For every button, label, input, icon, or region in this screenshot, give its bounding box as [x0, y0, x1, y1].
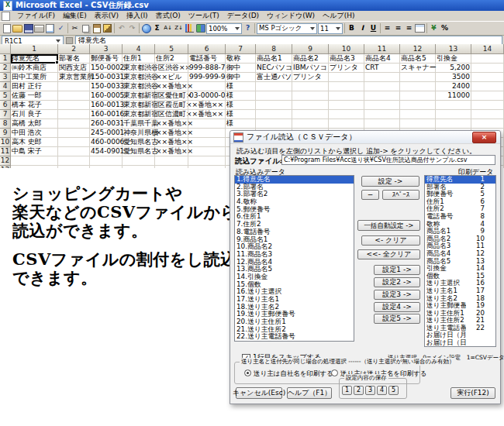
cell-r1c10[interactable]: 商品名3	[329, 54, 364, 64]
cell-r1c3[interactable]: 郵便番号	[90, 54, 123, 64]
cell-r5c5[interactable]	[155, 91, 188, 101]
column-header-3[interactable]: 3	[90, 44, 123, 54]
cell-r8c11[interactable]	[364, 119, 400, 129]
row-header-6[interactable]: 6	[0, 101, 11, 110]
cell-r1c6[interactable]: 電話番号	[188, 54, 226, 64]
import-field-item[interactable]: 10.商品名2	[235, 243, 354, 251]
cell-r2c5[interactable]	[155, 64, 188, 73]
cell-r8c14[interactable]	[471, 119, 504, 129]
cell-r1c12[interactable]: 商品名5	[400, 54, 436, 64]
import-field-item[interactable]: 21.送り主住所2	[235, 326, 354, 334]
italic-button[interactable]: I	[357, 23, 368, 33]
print-company-name-radio[interactable]: 送り主は自社名を印刷する	[244, 369, 333, 379]
cell-r3c2[interactable]: 東京営業所	[58, 73, 90, 82]
row-header-4[interactable]: 4	[0, 82, 11, 91]
spell-check-icon[interactable]: ✓	[56, 23, 66, 33]
zoom-select[interactable]: 100%	[206, 23, 242, 34]
cell-r2c8[interactable]: NECパソコ	[256, 64, 292, 73]
import-fields-list[interactable]: 1.得意先名2.部署名3.部署名24.敬称5.郵便番号6.住所17.住所28.電…	[234, 175, 354, 342]
cell-r7c11[interactable]	[364, 110, 400, 119]
underline-button[interactable]: U	[368, 23, 378, 33]
print-preview-icon[interactable]	[45, 23, 55, 33]
print-field-item[interactable]: お届け日（月）	[425, 332, 495, 339]
print-fields-list[interactable]: 得意先名1部署名2郵便番号5住所16住所27電話番号8敬称4商品名19商品名21…	[424, 175, 496, 347]
cell-r7c7[interactable]: 様	[226, 110, 256, 119]
cell-r10c2[interactable]	[58, 138, 90, 147]
cell-r2c13[interactable]: 5,200	[436, 64, 471, 73]
cell-r5c2[interactable]	[58, 91, 90, 101]
cell-r7c3[interactable]: 160-0016	[90, 110, 123, 119]
cell-r1c9[interactable]: 商品名2	[292, 54, 329, 64]
cell-r8c8[interactable]	[256, 119, 292, 129]
cell-r7c6[interactable]	[188, 110, 226, 119]
column-header-4[interactable]: 4	[123, 44, 155, 54]
cell-r6c1[interactable]: 橋本 花子	[11, 101, 58, 110]
cell-r5c4[interactable]: 東京都新宿区愛住町×	[123, 91, 155, 101]
import-field-item[interactable]: 14.引換金	[235, 273, 354, 281]
cell-r3c10[interactable]	[329, 73, 364, 82]
space-button[interactable]: ｽﾍﾟｰｽ	[382, 190, 419, 200]
undo-icon[interactable]: ↶	[116, 23, 126, 33]
cell-r11c6[interactable]	[188, 147, 226, 156]
cell-r2c7[interactable]: 御中	[226, 64, 256, 73]
font-size-select[interactable]: 11	[318, 23, 343, 34]
cell-r3c8[interactable]: 富士通パソ	[256, 73, 292, 82]
cell-r6c12[interactable]	[400, 101, 436, 110]
cell-r8c6[interactable]	[188, 119, 226, 129]
cell-r4c8[interactable]	[256, 82, 292, 91]
sort-descending-icon[interactable]: Z↓	[174, 23, 184, 33]
menu-item-2[interactable]: 編集(E)	[59, 11, 91, 21]
menu-item-9[interactable]: ヘルプ(H)	[319, 11, 358, 21]
cell-r4c2[interactable]	[58, 82, 90, 91]
cell-r10c4[interactable]: 愛知県名古	[123, 138, 155, 147]
import-field-item[interactable]: 9.商品名1	[235, 236, 354, 244]
clear-all-button[interactable]: <<- 全クリア	[357, 249, 420, 259]
cell-r1c5[interactable]: 住所2	[155, 54, 188, 64]
row-header-7[interactable]: 7	[0, 110, 11, 119]
column-header-7[interactable]: 7	[226, 44, 256, 54]
merge-center-button[interactable]	[415, 23, 425, 33]
cell-r5c9[interactable]	[292, 91, 329, 101]
cell-r12c4[interactable]	[123, 156, 155, 166]
save-slot-5[interactable]: 5	[388, 386, 399, 395]
cancel-button[interactable]: キャンセル(Esc)	[236, 387, 282, 399]
set5-button[interactable]: 設定5 ->	[374, 314, 420, 324]
cell-r5c10[interactable]	[329, 91, 364, 101]
menu-item-8[interactable]: ウィンドウ(W)	[263, 11, 319, 21]
cell-r12c3[interactable]	[90, 156, 123, 166]
hyperlink-icon[interactable]	[141, 23, 151, 33]
cell-r3c6[interactable]: 999-999-9	[188, 73, 226, 82]
cell-r4c10[interactable]	[329, 82, 364, 91]
cell-r6c9[interactable]	[292, 101, 329, 110]
cell-r1c11[interactable]: 商品名4	[364, 54, 400, 64]
cell-r9c5[interactable]: ××番地××	[155, 129, 188, 138]
cell-r6c5[interactable]	[155, 101, 188, 110]
cell-r6c7[interactable]: 様	[226, 101, 256, 110]
column-header-1[interactable]: 1	[11, 44, 58, 54]
cell-r5c14[interactable]	[471, 91, 504, 101]
cell-r8c13[interactable]	[436, 119, 471, 129]
column-header-2[interactable]: 2	[58, 44, 90, 54]
cell-r6c8[interactable]	[256, 101, 292, 110]
cell-r4c1[interactable]: 田村 正行	[11, 82, 58, 91]
format-painter-icon[interactable]	[102, 23, 112, 33]
menu-item-7[interactable]: データ(D)	[223, 11, 263, 21]
hyphen-button[interactable]: −	[361, 190, 379, 200]
cell-r2c4[interactable]: 東京都渋谷区渋谷××	[123, 64, 155, 73]
cell-r2c2[interactable]: 関西支店	[58, 64, 90, 73]
cell-r12c1[interactable]	[11, 156, 58, 166]
file-path-field[interactable]: C:¥Program Files¥Acc送り状¥CSV住所読込商品付サンプル.c…	[281, 155, 495, 165]
print-field-item[interactable]: 送り主選択16	[425, 280, 495, 287]
print-field-item[interactable]: 郵便番号5	[425, 191, 495, 198]
cell-r2c1[interactable]: ㈱鈴木商店	[11, 64, 58, 73]
column-header-12[interactable]: 12	[400, 44, 436, 54]
cell-r5c1[interactable]: 佐藤 一郎	[11, 91, 58, 101]
print-field-item[interactable]: 住所16	[425, 198, 495, 206]
print-field-item[interactable]: 送り主住所221	[425, 317, 495, 325]
cell-r8c5[interactable]: ××番地××	[155, 119, 188, 129]
row-header-10[interactable]: 10	[0, 138, 11, 147]
import-field-item[interactable]: 12.商品名4	[235, 259, 354, 266]
print-field-item[interactable]: 送り主住所120	[425, 310, 495, 318]
cell-r13c4[interactable]	[123, 166, 155, 168]
cell-r4c14[interactable]	[471, 82, 504, 91]
